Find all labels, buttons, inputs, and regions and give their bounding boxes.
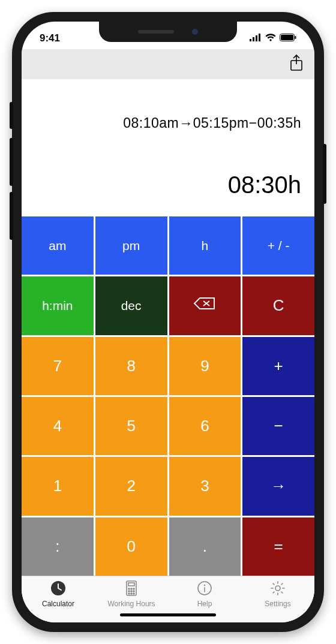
battery-icon	[280, 32, 296, 44]
keypad: am pm h + / - h:min dec C 7 8 9 + 4 5 6	[22, 216, 314, 576]
svg-point-14	[128, 591, 130, 592]
key-3[interactable]: 3	[169, 457, 241, 515]
key-6[interactable]: 6	[169, 397, 241, 455]
svg-point-17	[128, 593, 130, 594]
arrow-button[interactable]: →	[242, 457, 314, 515]
h-button[interactable]: h	[169, 216, 241, 275]
colon-button[interactable]: :	[22, 517, 94, 576]
svg-point-18	[131, 593, 132, 594]
key-5[interactable]: 5	[95, 397, 167, 455]
tab-calculator-label: Calculator	[42, 600, 74, 608]
svg-point-22	[275, 586, 280, 591]
svg-rect-0	[250, 39, 251, 41]
svg-point-21	[204, 585, 205, 586]
tab-working-hours[interactable]: Working Hours	[95, 580, 168, 608]
home-indicator	[120, 613, 216, 616]
key-2[interactable]: 2	[95, 457, 167, 515]
svg-rect-10	[128, 583, 134, 586]
tab-help-label: Help	[197, 600, 212, 608]
tab-working-hours-label: Working Hours	[107, 600, 155, 608]
svg-rect-3	[259, 34, 260, 41]
svg-point-12	[131, 588, 132, 589]
plus-button[interactable]: +	[242, 337, 314, 395]
share-icon[interactable]	[289, 54, 304, 74]
tab-calculator[interactable]: Calculator	[22, 580, 95, 608]
clear-button[interactable]: C	[242, 276, 314, 335]
svg-point-16	[133, 591, 134, 592]
plusminus-button[interactable]: + / -	[242, 216, 314, 275]
calculator-icon	[123, 580, 140, 598]
info-icon	[196, 580, 213, 598]
key-0[interactable]: 0	[95, 517, 167, 576]
svg-rect-5	[281, 35, 293, 40]
key-1[interactable]: 1	[22, 457, 94, 515]
screen: 9:41 08:10am→05:1	[22, 22, 314, 622]
clock-icon	[50, 580, 67, 598]
svg-rect-2	[256, 35, 257, 41]
gear-icon	[269, 580, 286, 598]
svg-point-15	[131, 591, 132, 592]
phone-frame: 9:41 08:10am→05:1	[12, 12, 324, 632]
hmin-button[interactable]: h:min	[22, 276, 94, 335]
svg-rect-1	[253, 37, 254, 41]
am-button[interactable]: am	[22, 216, 94, 275]
wifi-icon	[265, 32, 276, 44]
key-7[interactable]: 7	[22, 337, 94, 395]
tab-settings[interactable]: Settings	[241, 580, 314, 608]
tab-settings-label: Settings	[265, 600, 290, 608]
signal-icon	[250, 32, 262, 44]
svg-rect-6	[295, 36, 296, 39]
backspace-button[interactable]	[169, 276, 241, 335]
key-4[interactable]: 4	[22, 397, 94, 455]
expression-text: 08:10am→05:15pm−00:35h	[35, 90, 301, 156]
dot-button[interactable]: .	[169, 517, 241, 576]
svg-point-19	[133, 593, 134, 594]
status-time: 9:41	[40, 32, 60, 44]
dec-button[interactable]: dec	[95, 276, 167, 335]
key-9[interactable]: 9	[169, 337, 241, 395]
toolbar	[22, 49, 314, 79]
notch	[99, 22, 237, 42]
backspace-icon	[193, 296, 216, 315]
tab-help[interactable]: Help	[168, 580, 241, 608]
svg-point-13	[133, 588, 134, 589]
pm-button[interactable]: pm	[95, 216, 167, 275]
equals-button[interactable]: =	[242, 517, 314, 576]
result-text: 08:30h	[35, 171, 301, 198]
display-area: 08:10am→05:15pm−00:35h 08:30h	[22, 79, 314, 216]
minus-button[interactable]: −	[242, 397, 314, 455]
svg-point-11	[128, 588, 130, 589]
key-8[interactable]: 8	[95, 337, 167, 395]
